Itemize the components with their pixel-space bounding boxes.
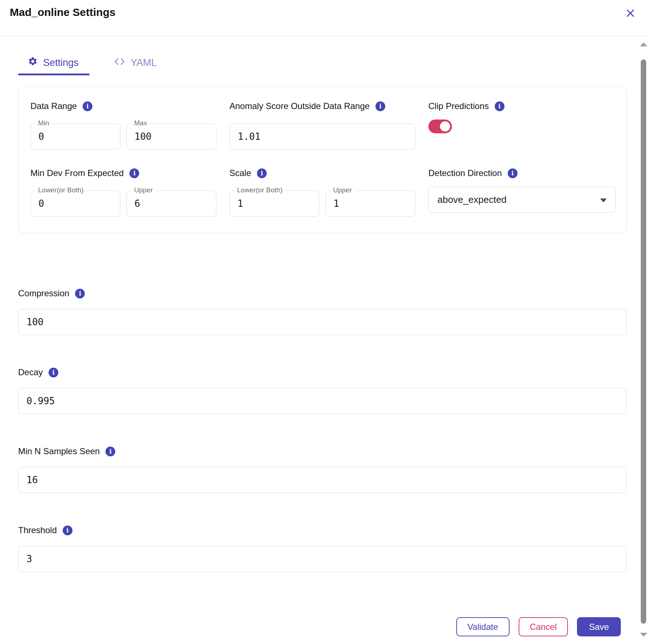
min-dev-upper-legend: Upper: [132, 186, 155, 194]
toggle-knob: [440, 121, 450, 131]
model-params-card: Data Range i Min Max: [18, 87, 627, 233]
scale-upper-input[interactable]: [326, 191, 415, 216]
caret-down-icon: [600, 198, 607, 202]
data-range-label: Data Range: [30, 101, 77, 111]
cancel-button[interactable]: Cancel: [519, 617, 568, 636]
detection-direction-label: Detection Direction: [428, 168, 502, 178]
scrollbar-thumb[interactable]: [641, 59, 646, 624]
scale-label-row: Scale i: [229, 168, 415, 179]
data-range-field: Data Range i Min Max: [30, 101, 216, 150]
info-icon[interactable]: i: [257, 168, 267, 178]
min-n-samples-section: Min N Samples Seen i: [18, 446, 627, 493]
clip-predictions-field: Clip Predictions i: [428, 101, 616, 150]
detection-direction-field: Detection Direction i above_expected: [428, 168, 616, 217]
scale-field: Scale i Lower(or Both) Upper: [229, 168, 415, 217]
data-range-min-legend: Min: [36, 119, 52, 127]
anomaly-score-input[interactable]: [229, 124, 415, 150]
min-dev-lower-legend: Lower(or Both): [36, 186, 86, 194]
compression-label: Compression: [18, 288, 69, 298]
info-icon[interactable]: i: [75, 289, 85, 298]
tab-yaml-label: YAML: [131, 57, 157, 68]
info-icon[interactable]: i: [49, 368, 58, 377]
tab-settings[interactable]: Settings: [18, 56, 90, 75]
dialog-title: Mad_online Settings: [10, 6, 116, 18]
scale-lower-legend: Lower(or Both): [234, 186, 285, 194]
close-icon: [626, 8, 635, 19]
min-dev-upper-input[interactable]: [127, 191, 216, 216]
dialog-header: Mad_online Settings: [0, 0, 648, 36]
min-n-samples-input[interactable]: [18, 467, 627, 493]
info-icon[interactable]: i: [375, 101, 385, 111]
decay-label: Decay: [18, 367, 43, 377]
min-dev-upper-field: Upper: [126, 191, 216, 217]
info-icon[interactable]: i: [63, 526, 72, 535]
scale-upper-legend: Upper: [331, 186, 354, 194]
gear-icon: [28, 57, 38, 69]
info-icon[interactable]: i: [105, 447, 115, 456]
code-icon: [114, 57, 125, 68]
scale-lower-field: Lower(or Both): [229, 191, 319, 217]
data-range-label-row: Data Range i: [30, 101, 216, 112]
threshold-input[interactable]: [18, 546, 627, 572]
min-n-samples-label-row: Min N Samples Seen i: [18, 446, 627, 457]
threshold-section: Threshold i: [18, 525, 627, 572]
threshold-label: Threshold: [18, 525, 57, 535]
decay-input[interactable]: [18, 388, 627, 414]
scale-upper-field: Upper: [325, 191, 415, 217]
info-icon[interactable]: i: [495, 101, 504, 111]
tab-bar: Settings YAML: [18, 56, 627, 75]
info-icon[interactable]: i: [83, 101, 92, 111]
detection-direction-select[interactable]: above_expected: [428, 187, 616, 213]
anomaly-score-label-row: Anomaly Score Outside Data Range i: [229, 101, 415, 112]
data-range-min-input[interactable]: [31, 124, 120, 149]
compression-section: Compression i: [18, 288, 627, 335]
compression-input[interactable]: [18, 309, 627, 335]
data-range-max-legend: Max: [132, 119, 150, 127]
data-range-min-field: Min: [30, 124, 120, 150]
min-dev-field: Min Dev From Expected i Lower(or Both) U…: [30, 168, 216, 217]
footer-actions: Validate Cancel Save: [18, 617, 627, 636]
min-n-samples-label: Min N Samples Seen: [18, 446, 100, 456]
scrollbar-down-icon[interactable]: [640, 633, 647, 637]
clip-predictions-toggle[interactable]: [428, 120, 452, 133]
settings-dialog: Mad_online Settings Settings: [0, 0, 648, 644]
info-icon[interactable]: i: [129, 168, 139, 178]
min-dev-lower-field: Lower(or Both): [30, 191, 120, 217]
decay-label-row: Decay i: [18, 367, 627, 378]
info-icon[interactable]: i: [508, 168, 518, 178]
card-row-1: Data Range i Min Max: [30, 101, 615, 150]
compression-label-row: Compression i: [18, 288, 627, 299]
save-button[interactable]: Save: [577, 617, 621, 636]
tab-settings-label: Settings: [43, 57, 79, 68]
min-dev-label-row: Min Dev From Expected i: [30, 168, 216, 179]
anomaly-score-label: Anomaly Score Outside Data Range: [229, 101, 370, 111]
detection-direction-label-row: Detection Direction i: [428, 168, 616, 179]
dialog-body: Settings YAML: [0, 56, 648, 636]
data-range-max-input[interactable]: [127, 124, 216, 149]
clip-predictions-label: Clip Predictions: [428, 101, 489, 111]
scrollbar: [638, 0, 648, 644]
threshold-label-row: Threshold i: [18, 525, 627, 536]
scale-label: Scale: [229, 168, 251, 178]
anomaly-score-field: Anomaly Score Outside Data Range i: [229, 101, 415, 150]
validate-button[interactable]: Validate: [456, 617, 510, 636]
card-row-2: Min Dev From Expected i Lower(or Both) U…: [30, 168, 615, 217]
data-range-max-field: Max: [126, 124, 216, 150]
close-button[interactable]: [624, 8, 636, 20]
decay-section: Decay i: [18, 367, 627, 414]
scale-lower-input[interactable]: [230, 191, 319, 216]
min-dev-lower-input[interactable]: [31, 191, 120, 216]
detection-direction-value: above_expected: [437, 194, 507, 205]
scrollbar-up-icon[interactable]: [640, 42, 647, 46]
min-dev-label: Min Dev From Expected: [30, 168, 124, 178]
tab-yaml[interactable]: YAML: [104, 56, 168, 75]
clip-predictions-label-row: Clip Predictions i: [428, 101, 616, 112]
